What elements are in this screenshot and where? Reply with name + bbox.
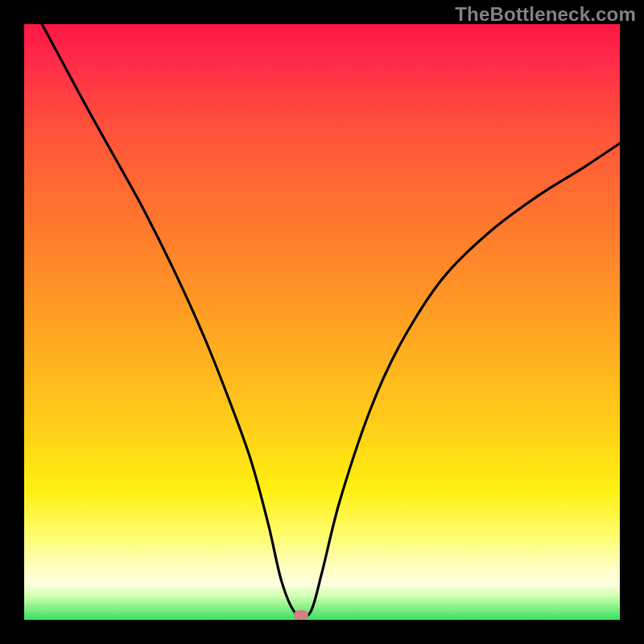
chart-frame: TheBottleneck.com xyxy=(0,0,644,644)
bottleneck-curve xyxy=(24,24,620,620)
plot-area xyxy=(24,24,620,620)
watermark-text: TheBottleneck.com xyxy=(455,3,636,26)
optimum-marker-icon xyxy=(294,610,308,620)
